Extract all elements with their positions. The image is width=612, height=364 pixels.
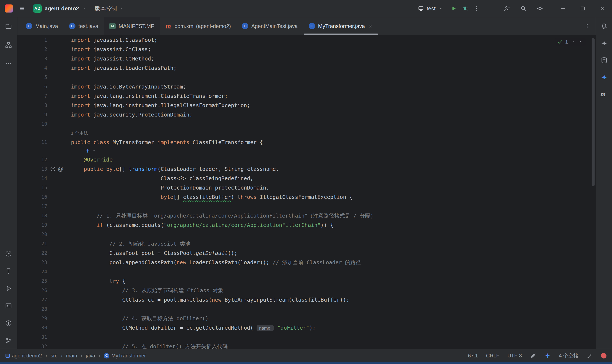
line-number[interactable]: 15: [17, 185, 47, 190]
breadcrumb-item-main[interactable]: main: [66, 353, 77, 359]
more-run-actions-button[interactable]: [471, 3, 482, 14]
tab-test.java[interactable]: Ctest.java: [64, 17, 104, 35]
tab-MyTransformer.java[interactable]: CMyTransformer.java: [303, 17, 379, 35]
tool-version-control-button[interactable]: [3, 335, 14, 346]
ai-assistant-icon[interactable]: [544, 352, 551, 359]
line-number[interactable]: 12: [17, 157, 47, 162]
line-number[interactable]: 31: [17, 334, 47, 340]
line-number[interactable]: 4: [17, 65, 47, 71]
settings-button[interactable]: [534, 3, 546, 14]
chevron-up-icon[interactable]: [570, 39, 576, 45]
line-number[interactable]: 25: [17, 278, 47, 284]
search-everywhere-button[interactable]: [518, 3, 529, 14]
implementing-method-gutter-icon[interactable]: [50, 166, 56, 172]
monitor-icon: [418, 5, 424, 12]
run-config-widget[interactable]: test: [415, 4, 446, 13]
line-number[interactable]: 28: [17, 306, 47, 312]
line-number[interactable]: 5: [17, 75, 47, 80]
breadcrumb-item-java[interactable]: java: [86, 353, 95, 359]
line-number[interactable]: 20: [17, 232, 47, 237]
debug-button[interactable]: [459, 3, 471, 14]
ai-completion-status-icon[interactable]: [530, 352, 536, 359]
code-text: // 2. 初始化 Javassist 类池: [71, 240, 596, 247]
line-number[interactable]: 32: [17, 344, 47, 349]
line-number[interactable]: 18: [17, 213, 47, 218]
usage-count-hint[interactable]: 1 个用法: [71, 130, 88, 136]
main-menu-button[interactable]: [16, 3, 28, 14]
inspections-widget[interactable]: 1: [555, 38, 586, 46]
minimize-button[interactable]: [553, 0, 573, 17]
line-number[interactable]: 1: [17, 37, 47, 43]
tab-label: AgentMainTest.java: [251, 23, 298, 29]
line-number[interactable]: 17: [17, 204, 47, 209]
annotation-gutter-icon[interactable]: @: [58, 166, 63, 172]
caret-position[interactable]: 67:1: [468, 353, 478, 359]
line-number[interactable]: 30: [17, 325, 47, 330]
tool-ai-assistant-pro-button[interactable]: [598, 72, 610, 83]
line-number[interactable]: 23: [17, 260, 47, 265]
line-number[interactable]: 2: [17, 47, 47, 52]
tool-terminal-button[interactable]: [3, 300, 14, 311]
breadcrumb-label: MyTransformer: [111, 353, 146, 359]
project-widget[interactable]: AD agent-demo2: [31, 3, 89, 14]
tool-services-button[interactable]: [3, 283, 14, 294]
tab-AgentMainTest.java[interactable]: CAgentMainTest.java: [236, 17, 303, 35]
pencil-icon[interactable]: [586, 352, 593, 359]
file-encoding[interactable]: UTF-8: [507, 353, 522, 359]
breadcrumb-item-agent-demo2[interactable]: agent-demo2: [6, 353, 42, 359]
editor[interactable]: 1import javassist.ClassPool;2import java…: [17, 35, 596, 349]
vcs-widget[interactable]: 版本控制: [93, 4, 126, 13]
indent-style[interactable]: 4 个空格: [559, 352, 578, 359]
tool-more-tool-windows-button[interactable]: [3, 58, 14, 69]
tool-maven-button[interactable]: m: [598, 89, 610, 100]
line-number[interactable]: 9: [17, 112, 47, 117]
tool-database-button[interactable]: [598, 55, 610, 66]
line-number[interactable]: 29: [17, 316, 47, 321]
code-with-me-button[interactable]: [501, 3, 513, 14]
close-tab-icon[interactable]: [368, 23, 373, 29]
chevron-down-icon[interactable]: [578, 39, 584, 45]
maximize-button[interactable]: [573, 0, 592, 17]
inline-ai-hint[interactable]: [17, 147, 596, 155]
line-number[interactable]: 27: [17, 297, 47, 302]
line-separator[interactable]: CRLF: [486, 353, 499, 359]
ai-sparkle-icon[interactable]: [85, 148, 90, 154]
line-number[interactable]: 26: [17, 287, 47, 293]
run-button[interactable]: [448, 3, 459, 14]
code-text: Class<?> classBeingRedefined,: [71, 175, 596, 182]
line-number[interactable]: 11: [17, 140, 47, 145]
tool-notifications-button[interactable]: [598, 21, 610, 32]
gutter[interactable]: @: [47, 166, 71, 172]
line-number[interactable]: 19: [17, 222, 47, 228]
class-file-icon: C: [309, 23, 315, 29]
tool-project-button[interactable]: [3, 21, 14, 32]
line-number[interactable]: 6: [17, 84, 47, 89]
line-number[interactable]: 13: [17, 166, 47, 172]
tool-run-button[interactable]: [3, 248, 14, 259]
tab-pom.xml (agent-demo2)[interactable]: mpom.xml (agent-demo2): [160, 17, 236, 35]
code-line-27: 27 CtClass cc = pool.makeClass(new ByteA…: [17, 295, 596, 304]
line-number[interactable]: 16: [17, 194, 47, 200]
line-number[interactable]: 22: [17, 250, 47, 256]
tool-problems-button[interactable]: [3, 318, 14, 329]
breadcrumb-item-src[interactable]: src: [51, 353, 57, 359]
code-vision-usages[interactable]: 1 个用法: [17, 129, 596, 138]
line-number[interactable]: 24: [17, 269, 47, 274]
line-number[interactable]: 8: [17, 103, 47, 108]
tool-structure-button[interactable]: [3, 39, 14, 51]
tab-MANIFEST.MF[interactable]: MMANIFEST.MF: [104, 17, 160, 35]
tab-list-button[interactable]: [582, 21, 593, 32]
line-number[interactable]: 21: [17, 241, 47, 247]
code-text: import java.security.ProtectionDomain;: [71, 112, 596, 118]
fatal-error-indicator[interactable]: [601, 353, 606, 359]
tool-build-button[interactable]: [3, 265, 14, 276]
breadcrumb-item-MyTransformer[interactable]: CMyTransformer: [104, 353, 146, 359]
line-number[interactable]: 14: [17, 176, 47, 181]
close-button[interactable]: [592, 0, 612, 17]
tool-ai-assistant-button[interactable]: [598, 38, 610, 49]
line-number[interactable]: 3: [17, 56, 47, 61]
editor-scrollbar[interactable]: [592, 38, 595, 186]
tab-Main.java[interactable]: CMain.java: [20, 17, 64, 35]
line-number[interactable]: 10: [17, 121, 47, 127]
line-number[interactable]: 7: [17, 93, 47, 99]
